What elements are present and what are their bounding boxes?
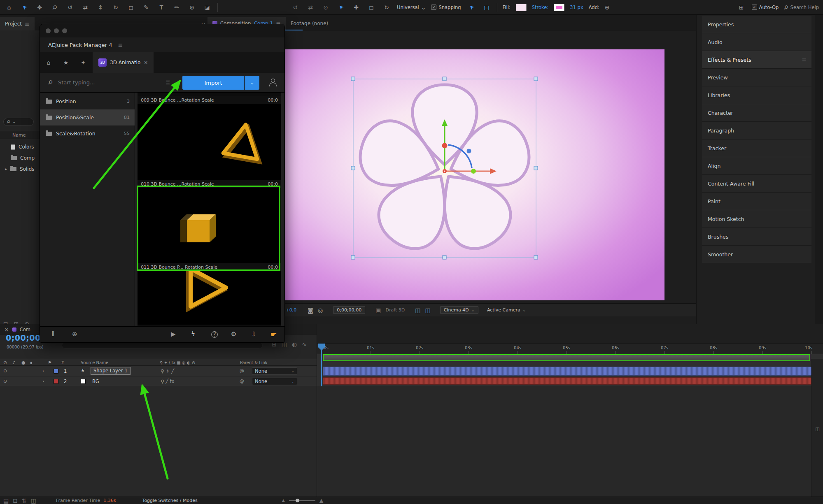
camera-pan-icon[interactable]: ⇄ <box>305 2 315 12</box>
timeline-comp-tab[interactable]: Com <box>20 327 30 332</box>
collapse-icon[interactable]: ⊟ <box>13 498 18 504</box>
parent-pickwhip-icon[interactable]: @ <box>240 379 244 383</box>
workspace-icon[interactable]: ⊞ <box>737 2 746 12</box>
panel-motion-sketch[interactable]: Motion Sketch <box>702 210 811 228</box>
clone-stamp-tool-icon[interactable]: ⊛ <box>187 2 197 12</box>
layer-name[interactable]: Shape Layer 1 <box>91 367 131 375</box>
add-icon[interactable]: ⊕ <box>605 5 610 10</box>
snap-region-icon[interactable]: ▢ <box>482 2 492 12</box>
selection-tool-icon[interactable]: ➤ <box>17 0 31 14</box>
camera-view-dropdown[interactable]: Active Camera ⌄ <box>487 307 526 313</box>
fast-previews-icon[interactable]: ◫ <box>415 307 420 313</box>
panel-paragraph[interactable]: Paragraph <box>702 122 811 139</box>
shy-icon[interactable]: ◫ <box>31 498 36 504</box>
toggle-switches-modes-button[interactable]: Toggle Switches / Modes <box>142 498 198 503</box>
timeline-search-field[interactable] <box>62 342 263 348</box>
preset-thumbnail-010[interactable] <box>138 104 281 180</box>
universal-cursor-icon[interactable]: ➤ <box>334 0 348 14</box>
expand-layers-icon[interactable]: ▤ <box>3 498 9 504</box>
layer-switches[interactable]: ⚲ ╱ fx <box>161 379 175 384</box>
draft-3d-label[interactable]: Draft 3D <box>386 307 405 313</box>
preset-thumbnail-011-selected[interactable] <box>138 188 281 263</box>
eye-icon[interactable]: ⊙ <box>3 369 7 373</box>
window-zoom-button[interactable] <box>62 28 67 33</box>
eye-icon[interactable]: ⊙ <box>3 379 7 383</box>
source-name-column-label[interactable]: Source Name <box>81 360 108 365</box>
zoom-tool-icon[interactable]: ⚲ <box>48 0 62 14</box>
parent-pickwhip-icon[interactable]: @ <box>240 369 244 373</box>
layer-name[interactable]: BG <box>92 379 99 384</box>
preset-caption-011[interactable]: 011 3D Bounce P... Rotation Scale 00:0 <box>138 263 281 271</box>
preset-thumbnail-next[interactable] <box>138 271 281 325</box>
preset-caption-009[interactable]: 009 3D Bounce ...Rotation Scale 00:0 <box>138 96 281 104</box>
timeline-scrollbar-strip[interactable]: ◫ <box>811 359 823 497</box>
auto-open-checkbox[interactable]: ✓ Auto-Op <box>752 5 779 10</box>
zoom-in-mountain-icon[interactable]: ▲ <box>319 498 324 503</box>
panel-align[interactable]: Align <box>702 157 811 175</box>
home-icon[interactable]: ⌂ <box>4 2 14 12</box>
layer-row-2[interactable]: ⊙ › 2 BG ⚲ ╱ fx @ None ⌄ <box>0 376 317 386</box>
playhead-line[interactable] <box>321 344 322 386</box>
search-input[interactable]: Start typing... <box>58 79 95 86</box>
import-button[interactable]: Import <box>182 76 244 90</box>
viewer-timecode-box[interactable]: 0;00;00;00 <box>333 306 365 314</box>
layer-switches[interactable]: ⚲ ☼ ╱ <box>161 368 174 374</box>
pen-tool-icon[interactable]: ✎ <box>141 2 151 12</box>
gizmo-mode-dropdown[interactable]: Universal ⌄ <box>397 5 426 10</box>
zoom-in-icon[interactable]: ⊕ <box>72 331 77 337</box>
rotation-handle[interactable] <box>467 149 471 153</box>
layer-2-duration-bar[interactable] <box>323 377 811 385</box>
panel-audio[interactable]: Audio <box>702 33 811 51</box>
close-icon[interactable]: × <box>4 327 9 332</box>
graph-editor-icon[interactable]: ∿ <box>302 341 307 347</box>
snapshot-icon[interactable]: ◙ <box>308 307 313 313</box>
zoom-out-mountain-icon[interactable]: ▲ <box>282 499 285 502</box>
panel-character[interactable]: Character <box>702 104 811 122</box>
close-icon[interactable]: × <box>144 60 148 65</box>
favorites-star-icon[interactable]: ★ <box>57 52 75 73</box>
rotate-gizmo-icon[interactable]: ↻ <box>382 2 392 12</box>
eraser-tool-icon[interactable]: ◪ <box>202 2 212 12</box>
expander-icon[interactable]: › <box>42 369 44 373</box>
renderer-dropdown[interactable]: Cinema 4D ⌄ <box>440 306 478 314</box>
import-options-dropdown[interactable]: ⌄ <box>245 76 259 90</box>
scroll-thumb-icon[interactable]: ◫ <box>815 361 819 497</box>
pan-camera-tool-icon[interactable]: ⇄ <box>80 2 90 12</box>
layer-1-duration-bar[interactable] <box>323 367 811 376</box>
panel-smoother[interactable]: Smoother <box>702 246 811 263</box>
tab-project[interactable]: Project ≡ <box>0 17 35 30</box>
rotate-tool-icon[interactable]: ↻ <box>111 2 121 12</box>
time-ruler[interactable]: 0s 01s 02s 03s 04s 05s 06s 07s 08s 09s 1… <box>317 344 823 354</box>
search-help-field[interactable]: ⚲ Search Help <box>784 5 819 10</box>
camera-dolly-icon[interactable]: ⊙ <box>321 2 331 12</box>
expander-icon[interactable]: › <box>42 379 44 383</box>
stroke-width-value[interactable]: 31 px <box>570 5 583 10</box>
panel-paint[interactable]: Paint <box>702 193 811 210</box>
panel-menu-icon[interactable]: ≡ <box>25 21 30 27</box>
draft-3d-icon[interactable]: ▣ <box>375 307 381 313</box>
adjust-view-icon[interactable]: ◫ <box>425 307 430 313</box>
preview-player-icon[interactable]: ▶ <box>171 331 176 337</box>
category-position-scale[interactable]: Position&Scale 81 <box>40 109 135 125</box>
help-icon[interactable]: ? <box>211 331 218 338</box>
layer-color-chip[interactable] <box>54 369 58 374</box>
parent-dropdown[interactable]: None ⌄ <box>252 367 297 375</box>
new-sparkle-icon[interactable]: ✦ <box>75 52 92 73</box>
category-position[interactable]: Position 3 <box>40 93 135 109</box>
work-area-bar[interactable] <box>323 354 810 361</box>
exposure-offset-value[interactable]: +0,0 <box>286 307 297 313</box>
timeline-split-divider[interactable] <box>317 324 317 497</box>
window-close-button[interactable] <box>46 28 51 33</box>
project-search-input[interactable]: ⚲ ⌄ <box>3 118 34 126</box>
panel-menu-icon[interactable]: ≡ <box>802 57 807 63</box>
settings-gear-icon[interactable]: ⚙ <box>231 331 236 337</box>
download-icon[interactable]: ⇩ <box>251 331 256 337</box>
shape-tool-icon[interactable]: ◻ <box>126 2 136 12</box>
panel-tracker[interactable]: Tracker <box>702 139 811 157</box>
camera-orbit-icon[interactable]: ↺ <box>290 2 300 12</box>
x-scale-handle[interactable] <box>471 169 476 174</box>
y-scale-handle[interactable] <box>442 143 448 149</box>
panel-libraries[interactable]: Libraries <box>702 86 811 104</box>
panel-preview[interactable]: Preview <box>702 69 811 86</box>
zoom-slider-knob[interactable] <box>296 499 299 502</box>
